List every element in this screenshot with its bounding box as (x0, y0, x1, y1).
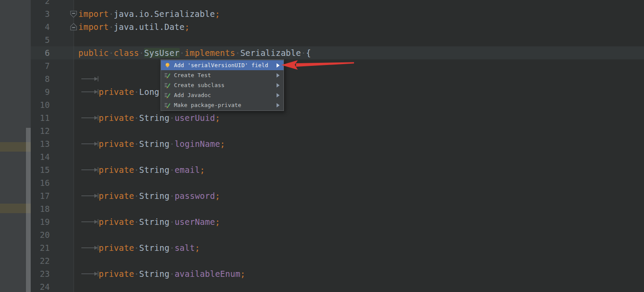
code-token: · (134, 87, 139, 97)
code-token: ; (220, 139, 225, 149)
code-line-3[interactable]: import·java.io.Serializable; (74, 7, 644, 20)
code-line-13[interactable]: private·String·loginName; (74, 137, 644, 150)
menu-item-label: Create subclass (174, 82, 277, 88)
line-number-24: 24 (28, 280, 50, 292)
line-number-6: 6 (28, 46, 50, 59)
submenu-arrow-icon (277, 103, 280, 107)
code-token: java.util.Date (114, 22, 185, 32)
code-line-7[interactable] (74, 59, 644, 72)
code-token: String (139, 269, 170, 279)
tab-whitespace-icon (78, 85, 99, 98)
line-number-14: 14 (28, 150, 50, 163)
code-line-24[interactable] (74, 280, 644, 292)
pencil-icon (164, 92, 171, 98)
code-line-4[interactable]: import·java.util.Date; (74, 20, 644, 33)
line-number-3: 3 (28, 7, 50, 20)
line-number-12: 12 (28, 124, 50, 137)
code-token: · (134, 165, 139, 175)
code-token: private (99, 269, 134, 279)
tab-whitespace-icon (78, 137, 99, 150)
tab-whitespace-icon (78, 189, 99, 202)
line-number-21: 21 (28, 241, 50, 254)
code-editor: 23456789101112131415161718192021222324 i… (0, 0, 644, 292)
left-panel-strip (0, 0, 31, 292)
code-token: · (139, 48, 144, 58)
tab-whitespace-icon (78, 241, 99, 254)
code-token: String (139, 113, 170, 123)
fold-collapse-top-icon[interactable] (70, 10, 77, 21)
code-token: · (170, 217, 175, 227)
code-token: Serializable (240, 48, 301, 58)
code-token: ; (200, 165, 205, 175)
line-number-18: 18 (28, 202, 50, 215)
code-token: · (109, 9, 114, 19)
code-token: · (109, 48, 114, 58)
intention-actions-popup: Add 'serialVersionUID' fieldCreate TestC… (161, 59, 284, 111)
code-line-12[interactable] (74, 124, 644, 137)
code-line-23[interactable]: private·String·availableEnum; (74, 267, 644, 280)
line-number-8: 8 (28, 72, 50, 85)
code-token: userUuid (174, 113, 215, 123)
code-line-14[interactable] (74, 150, 644, 163)
code-token: String (139, 243, 170, 253)
menu-item-label: Add 'serialVersionUID' field (174, 62, 277, 68)
line-number-23: 23 (28, 267, 50, 280)
code-line-22[interactable] (74, 254, 644, 267)
code-token: · (134, 191, 139, 201)
code-token: { (306, 48, 311, 58)
line-number-22: 22 (28, 254, 50, 267)
code-line-5[interactable] (74, 33, 644, 46)
code-token: String (139, 165, 170, 175)
code-token: · (109, 22, 114, 32)
code-token: Long (139, 87, 160, 97)
menu-item-create-test[interactable]: Create Test (161, 70, 283, 80)
code-token: ; (240, 269, 245, 279)
line-number-19: 19 (28, 215, 50, 228)
code-token: · (134, 113, 139, 123)
code-token: · (180, 48, 185, 58)
code-token: · (134, 139, 139, 149)
code-line-11[interactable]: private·String·userUuid; (74, 111, 644, 124)
code-token: · (301, 48, 306, 58)
code-token: ; (215, 9, 220, 19)
menu-item-create-subclass[interactable]: Create subclass (161, 80, 283, 90)
line-number-17: 17 (28, 189, 50, 202)
code-line-6[interactable]: public·class·SysUser·implements·Serializ… (74, 46, 644, 59)
code-line-10[interactable] (74, 98, 644, 111)
menu-item-add-javadoc[interactable]: Add Javadoc (161, 90, 283, 100)
code-token: java.io.Serializable (114, 9, 215, 19)
line-number-4: 4 (28, 20, 50, 33)
code-line-20[interactable] (74, 228, 644, 241)
code-token: · (170, 113, 175, 123)
code-token: private (99, 113, 134, 123)
code-token: · (134, 243, 139, 253)
code-line-21[interactable]: private·String·salt; (74, 241, 644, 254)
code-token: · (134, 217, 139, 227)
fold-collapse-bottom-icon[interactable] (70, 22, 77, 32)
code-line-9[interactable]: private·Long (74, 85, 644, 98)
line-number-5: 5 (28, 33, 50, 46)
code-token: private (99, 139, 134, 149)
tab-whitespace-icon (78, 267, 99, 280)
code-token: email (174, 165, 200, 175)
code-line-18[interactable] (74, 202, 644, 215)
menu-item-label: Create Test (174, 72, 277, 78)
code-line-15[interactable]: private·String·email; (74, 163, 644, 176)
code-line-2[interactable] (74, 0, 644, 7)
menu-item-add-serialversionuid-field[interactable]: Add 'serialVersionUID' field (161, 60, 283, 70)
code-token: String (139, 217, 170, 227)
code-token: String (139, 139, 170, 149)
submenu-arrow-icon (277, 73, 280, 78)
code-token: · (170, 243, 175, 253)
code-line-19[interactable]: private·String·userName; (74, 215, 644, 228)
code-line-16[interactable] (74, 176, 644, 189)
pencil-icon (164, 82, 171, 88)
code-token: implements (185, 48, 235, 58)
code-line-8[interactable] (74, 72, 644, 85)
line-number-16: 16 (28, 176, 50, 189)
code-line-17[interactable]: private·String·password; (74, 189, 644, 202)
lightbulb-icon (164, 62, 171, 68)
submenu-arrow-icon (277, 83, 280, 88)
menu-item-make-package-private[interactable]: Make package-private (161, 100, 283, 110)
line-number-13: 13 (28, 137, 50, 150)
